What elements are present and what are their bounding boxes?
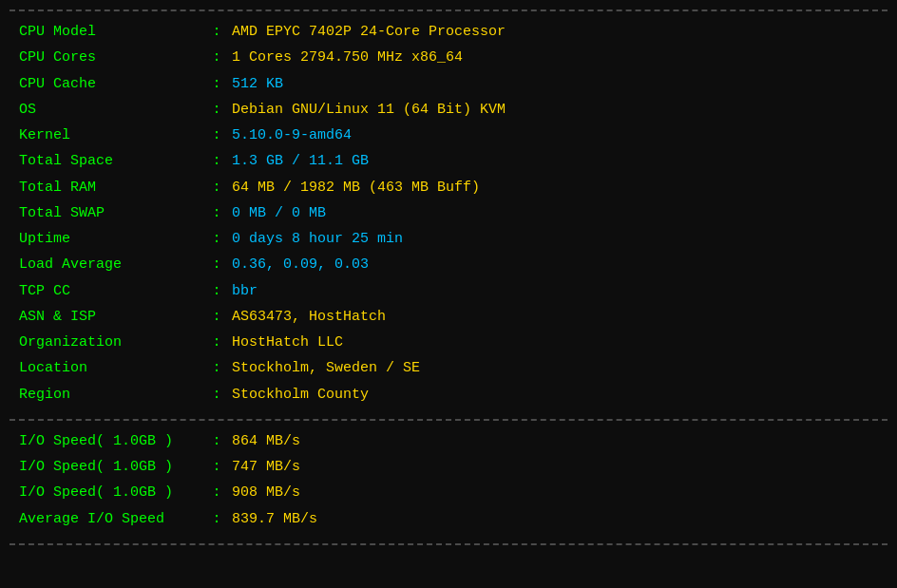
row-label: OS: [19, 99, 209, 121]
row-value: 0 MB / 0 MB: [232, 202, 326, 224]
colon-separator: :: [209, 306, 224, 328]
io-speed-section: I/O Speed( 1.0GB ):864 MB/sI/O Speed( 1.…: [10, 423, 887, 541]
table-row: Location:Stockholm, Sweden / SE: [19, 357, 878, 379]
middle-divider: [10, 419, 887, 421]
colon-separator: :: [209, 482, 224, 503]
row-value: 747 MB/s: [232, 456, 300, 478]
table-row: Total SWAP:0 MB / 0 MB: [19, 202, 878, 224]
table-row: I/O Speed( 1.0GB ):747 MB/s: [19, 456, 878, 478]
table-row: Organization:HostHatch LLC: [19, 332, 878, 353]
table-row: I/O Speed( 1.0GB ):908 MB/s: [19, 482, 878, 503]
row-label: TCP CC: [19, 280, 209, 302]
row-label: Uptime: [19, 228, 209, 250]
system-info-section: CPU Model:AMD EPYC 7402P 24-Core Process…: [10, 13, 887, 417]
colon-separator: :: [209, 384, 224, 406]
table-row: CPU Cache:512 KB: [19, 73, 878, 95]
colon-separator: :: [209, 254, 224, 275]
row-value: Debian GNU/Linux 11 (64 Bit) KVM: [232, 99, 506, 121]
row-value: 64 MB / 1982 MB (463 MB Buff): [232, 177, 480, 199]
row-label: Total SWAP: [19, 202, 209, 224]
table-row: Total Space:1.3 GB / 11.1 GB: [19, 150, 878, 172]
row-value: AS63473, HostHatch: [232, 306, 386, 328]
row-label: Organization: [19, 332, 209, 353]
row-label: Total RAM: [19, 177, 209, 199]
row-value: Stockholm, Sweden / SE: [232, 357, 420, 379]
row-label: I/O Speed( 1.0GB ): [19, 482, 209, 503]
table-row: CPU Cores:1 Cores 2794.750 MHz x86_64: [19, 47, 878, 68]
colon-separator: :: [209, 202, 224, 224]
row-label: Kernel: [19, 124, 209, 146]
colon-separator: :: [209, 150, 224, 172]
row-value: 0.36, 0.09, 0.03: [232, 254, 369, 275]
colon-separator: :: [209, 21, 224, 43]
colon-separator: :: [209, 47, 224, 68]
colon-separator: :: [209, 99, 224, 121]
table-row: Kernel:5.10.0-9-amd64: [19, 124, 878, 146]
table-row: Average I/O Speed:839.7 MB/s: [19, 508, 878, 530]
table-row: Total RAM:64 MB / 1982 MB (463 MB Buff): [19, 177, 878, 199]
row-label: Location: [19, 357, 209, 379]
row-value: Stockholm County: [232, 384, 369, 406]
colon-separator: :: [209, 430, 224, 452]
row-label: I/O Speed( 1.0GB ): [19, 456, 209, 478]
row-value: 839.7 MB/s: [232, 508, 317, 530]
colon-separator: :: [209, 124, 224, 146]
table-row: I/O Speed( 1.0GB ):864 MB/s: [19, 430, 878, 452]
colon-separator: :: [209, 508, 224, 530]
row-value: HostHatch LLC: [232, 332, 343, 353]
colon-separator: :: [209, 228, 224, 250]
row-label: CPU Cache: [19, 73, 209, 95]
row-value: 908 MB/s: [232, 482, 300, 503]
row-label: CPU Cores: [19, 47, 209, 68]
row-value: AMD EPYC 7402P 24-Core Processor: [232, 21, 506, 43]
row-value: 1.3 GB / 11.1 GB: [232, 150, 369, 172]
table-row: OS:Debian GNU/Linux 11 (64 Bit) KVM: [19, 99, 878, 121]
row-value: 512 KB: [232, 73, 283, 95]
colon-separator: :: [209, 177, 224, 199]
row-label: ASN & ISP: [19, 306, 209, 328]
colon-separator: :: [209, 456, 224, 478]
table-row: ASN & ISP:AS63473, HostHatch: [19, 306, 878, 328]
table-row: Uptime:0 days 8 hour 25 min: [19, 228, 878, 250]
table-row: CPU Model:AMD EPYC 7402P 24-Core Process…: [19, 21, 878, 43]
row-label: CPU Model: [19, 21, 209, 43]
colon-separator: :: [209, 73, 224, 95]
colon-separator: :: [209, 280, 224, 302]
row-label: I/O Speed( 1.0GB ): [19, 430, 209, 452]
row-value: 1 Cores 2794.750 MHz x86_64: [232, 47, 463, 68]
table-row: TCP CC:bbr: [19, 280, 878, 302]
row-value: 864 MB/s: [232, 430, 300, 452]
table-row: Region:Stockholm County: [19, 384, 878, 406]
colon-separator: :: [209, 357, 224, 379]
row-value: bbr: [232, 280, 258, 302]
row-label: Load Average: [19, 254, 209, 275]
row-label: Total Space: [19, 150, 209, 172]
row-label: Region: [19, 384, 209, 406]
row-value: 0 days 8 hour 25 min: [232, 228, 403, 250]
top-divider: [10, 9, 887, 11]
colon-separator: :: [209, 332, 224, 353]
table-row: Load Average:0.36, 0.09, 0.03: [19, 254, 878, 275]
row-label: Average I/O Speed: [19, 508, 209, 530]
bottom-divider: [10, 543, 887, 545]
row-value: 5.10.0-9-amd64: [232, 124, 352, 146]
